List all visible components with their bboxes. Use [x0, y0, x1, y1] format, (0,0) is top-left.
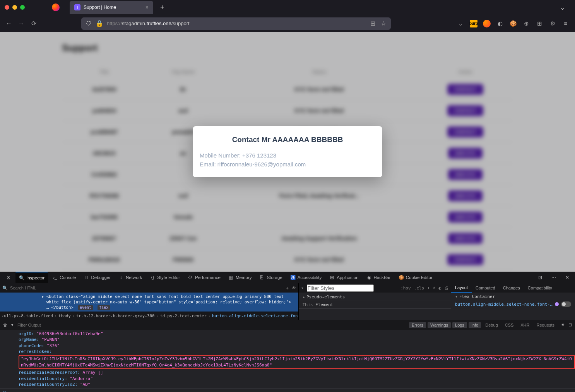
flex-overlay-toggle[interactable] — [561, 301, 571, 307]
devtools-tab-label: HackBar — [374, 275, 391, 280]
devtools-close-button[interactable]: ⊠ — [2, 272, 15, 283]
tab-close-button[interactable]: × — [145, 4, 149, 10]
light-icon[interactable]: ☀ — [433, 286, 436, 291]
devtools-tab-console[interactable]: ›_Console — [49, 272, 79, 283]
modal-overlay[interactable]: Contact Mr AAAAAAA BBBBBB Mobile Number:… — [0, 32, 575, 272]
console-prompt[interactable]: ≫ — [0, 388, 575, 392]
dock-button[interactable]: ⊡ — [535, 272, 546, 283]
devtools-console: 🗑 ▾ ErrorsWarningsLogsInfoDebugCSSXHRReq… — [0, 320, 575, 392]
devtools-tab-label: Cookie Editor — [406, 275, 433, 280]
styles-filter-input[interactable] — [307, 284, 374, 292]
cls-toggle[interactable]: .cls — [414, 286, 424, 291]
back-button[interactable]: ← — [5, 20, 12, 27]
devtools-tab-application[interactable]: ⊞Application — [326, 272, 362, 283]
devtools-tab-hackbar[interactable]: ◉HackBar — [363, 272, 394, 283]
extension-icon-3[interactable]: ⊞ — [536, 20, 543, 27]
cookie-icon[interactable]: 🍪 — [509, 20, 517, 27]
devtools-tab-network[interactable]: ↕Network — [115, 272, 145, 283]
tab-title: Support | Home — [84, 5, 116, 10]
add-node-button[interactable]: ＋ — [285, 285, 289, 291]
extension-icon-1[interactable]: ◐ — [496, 20, 504, 27]
window-minimize-button[interactable] — [12, 5, 17, 10]
event-badge[interactable]: event — [78, 305, 93, 310]
flex-container-section[interactable]: ▾Flex Container — [455, 294, 571, 299]
burp-extension-icon[interactable]: burp — [470, 20, 477, 27]
split-console-button[interactable]: ⊟ — [568, 322, 572, 327]
shield-icon: 🛡 — [85, 20, 92, 27]
new-tab-button[interactable]: + — [160, 3, 164, 12]
metamask-icon[interactable] — [483, 20, 491, 27]
console-settings-button[interactable]: ✷ — [561, 322, 565, 327]
console-line: residencialAddressProof: Array [] — [19, 370, 575, 375]
layout-tab-layout[interactable]: Layout — [451, 283, 472, 293]
devtools-html-pane: 🔍 ＋ 👁 ▸ <button class="align-middle sele… — [0, 283, 299, 320]
firefox-logo-icon — [52, 3, 60, 11]
layout-tab-changes[interactable]: Changes — [499, 283, 524, 293]
console-line: orgID: "644936e53ddccf0c117eba9e" — [19, 331, 575, 337]
browser-tab-active[interactable]: T Support | Home × — [70, 1, 153, 14]
funnel-icon: ▾ — [301, 286, 304, 291]
reload-button[interactable]: ⟳ — [30, 20, 37, 27]
devtools-tab-accessibility[interactable]: ♿Accessibility — [287, 272, 325, 283]
devtools-tab-label: Console — [60, 275, 76, 280]
devtools-html-search[interactable] — [10, 286, 283, 290]
console-filter-input[interactable] — [17, 323, 71, 327]
devtools-styles-pane: ▾ :hov .cls + ☀ ◐ 🖨 ▸Pseudo-elements Thi… — [299, 283, 451, 320]
devtools-tab-icon: ⏸ — [84, 275, 89, 280]
devtools-tab-style-editor[interactable]: {}Style Editor — [146, 272, 183, 283]
console-filter-errors[interactable]: Errors — [409, 322, 426, 328]
console-filter-requests[interactable]: Requests — [534, 322, 557, 328]
devtools-tab-cookie-editor[interactable]: 🍪Cookie Editor — [395, 272, 436, 283]
flex-element-signature[interactable]: button.align-middle.select-none.font-… — [455, 301, 571, 307]
window-zoom-button[interactable] — [20, 5, 25, 10]
devtools-tab-memory[interactable]: ▦Memory — [225, 272, 255, 283]
flex-badge[interactable]: flex — [98, 305, 110, 310]
devtools-tab-label: Style Editor — [157, 275, 180, 280]
clear-console-button[interactable]: 🗑 — [3, 323, 7, 327]
bookmark-star-icon[interactable]: ☆ — [380, 20, 387, 27]
devtools-tab-label: Storage — [267, 275, 282, 280]
devtools-tab-icon: ♿ — [290, 275, 296, 280]
console-line: residentialCountryIso2: "AD" — [19, 382, 575, 387]
modal-mobile: Mobile Number: +376 123123 — [200, 151, 375, 160]
console-filter-logs[interactable]: Logs — [452, 322, 467, 328]
devtools-tab-icon: ⏱ — [188, 275, 193, 280]
overflow-button[interactable]: ⋯ — [548, 272, 560, 283]
pseudo-elements-section[interactable]: ▸Pseudo-elements — [299, 293, 451, 301]
address-bar[interactable]: 🛡 🔒 https://stagadmin.truffles.one/suppo… — [81, 17, 391, 30]
this-element-section[interactable]: This Element — [299, 301, 451, 309]
page-viewport: Support TitleOrg NameStatusAction 3e2578… — [0, 32, 575, 272]
console-filter-xhr[interactable]: XHR — [518, 322, 532, 328]
layout-tab-compatibility[interactable]: Compatibility — [524, 283, 556, 293]
extension-icon-2[interactable]: ⊕ — [522, 20, 530, 27]
devtools-breadcrumb[interactable]: ‹ ull.px-8.table-fixed› tbody› tr.h-12.b… — [0, 312, 298, 320]
hov-toggle[interactable]: :hov — [400, 286, 411, 291]
devtools-tab-icon: ›_ — [52, 275, 58, 280]
url-text: https://stagadmin.truffles.one/support — [107, 21, 190, 26]
window-close-button[interactable] — [5, 5, 9, 10]
close-devtools-button[interactable]: ✕ — [562, 272, 573, 283]
layout-tab-computed[interactable]: Computed — [472, 283, 499, 293]
devtools-tab-debugger[interactable]: ⏸Debugger — [80, 272, 115, 283]
devtools-tab-inspector[interactable]: 🔍Inspector — [15, 272, 48, 283]
new-rule-button[interactable]: + — [427, 286, 430, 291]
console-line: "eyJhbGciOiJIUzI1NiIsInR5cCI6IkpXVCJ9.ey… — [19, 355, 575, 369]
extensions-button[interactable]: ⚙ — [549, 20, 556, 27]
pocket-icon[interactable]: ⌵ — [457, 20, 464, 27]
console-line: residentialCountry: "Andorra" — [19, 376, 575, 382]
console-filter-css[interactable]: CSS — [502, 322, 517, 328]
eyedropper-icon[interactable]: 👁 — [292, 286, 296, 291]
dark-icon[interactable]: ◐ — [438, 286, 441, 291]
tabs-overflow-button[interactable]: ⌄ — [560, 4, 565, 11]
devtools-tab-performance[interactable]: ⏱Performance — [184, 272, 224, 283]
console-filter-warnings[interactable]: Warnings — [428, 322, 451, 328]
devtools-tab-storage[interactable]: 🗄Storage — [256, 272, 286, 283]
qr-icon[interactable]: ⊞ — [369, 20, 376, 27]
devtools-html-selected-node[interactable]: ▸ <button class="align-middle select-non… — [0, 293, 298, 312]
print-icon[interactable]: 🖨 — [444, 286, 448, 291]
hamburger-menu-icon[interactable]: ≡ — [562, 20, 570, 27]
console-filter-debug[interactable]: Debug — [483, 322, 500, 328]
forward-button[interactable]: → — [18, 20, 25, 27]
modal-email: Email: riffocronnaleu-9626@yopmail.com — [200, 160, 375, 169]
console-filter-info[interactable]: Info — [469, 322, 481, 328]
